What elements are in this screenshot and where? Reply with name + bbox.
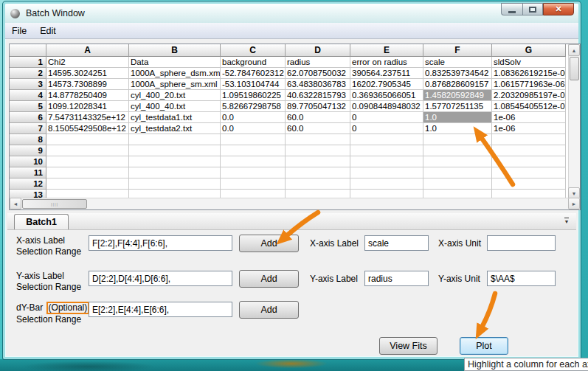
column-header-B[interactable]: B <box>129 44 221 57</box>
y-range-input[interactable] <box>89 271 232 286</box>
table-cell[interactable]: 0.369365066051 <box>350 90 423 101</box>
dy-range-input[interactable] <box>89 302 232 317</box>
table-cell[interactable]: -53.103104744 <box>221 79 286 90</box>
table-cell[interactable]: 89.7705047132 <box>286 101 350 112</box>
table-cell[interactable]: 1.0 <box>423 123 492 134</box>
table-cell[interactable] <box>286 145 350 156</box>
table-cell[interactable]: 5.82667298758 <box>221 101 286 112</box>
x-range-input[interactable] <box>89 235 232 251</box>
table-cell[interactable]: cyl_400_40.txt <box>129 101 221 112</box>
table-cell[interactable]: 1000A_sphere_dsm.xml <box>129 68 221 79</box>
table-cell[interactable] <box>423 134 492 145</box>
table-cell[interactable] <box>286 178 350 190</box>
horizontal-scrollbar[interactable]: ◄ |||| ► <box>10 198 580 209</box>
table-cell[interactable] <box>350 156 423 167</box>
table-cell[interactable]: cyl_400_20.txt <box>129 90 221 101</box>
table-cell[interactable] <box>492 167 566 178</box>
menu-file[interactable]: File <box>5 24 33 38</box>
table-cell[interactable] <box>129 178 221 190</box>
tab-list-button[interactable]: ▼ <box>561 218 572 226</box>
table-cell[interactable] <box>221 156 286 167</box>
table-cell[interactable] <box>423 178 492 190</box>
table-cell[interactable] <box>492 190 566 198</box>
table-cell[interactable] <box>492 156 566 167</box>
x-axis-label-input[interactable] <box>364 235 429 251</box>
table-cell[interactable] <box>221 178 286 190</box>
table-cell[interactable] <box>492 178 566 190</box>
column-header-C[interactable]: C <box>221 44 286 57</box>
minimize-button[interactable] <box>501 3 522 15</box>
x-axis-unit-input[interactable] <box>487 235 556 251</box>
table-cell[interactable] <box>129 134 221 145</box>
table-cell[interactable] <box>286 156 350 167</box>
table-cell[interactable] <box>129 156 221 167</box>
dy-range-add-button[interactable]: Add <box>239 301 299 319</box>
y-range-add-button[interactable]: Add <box>239 270 299 288</box>
table-cell[interactable] <box>46 167 129 178</box>
table-cell[interactable]: -52.7847602312 <box>221 68 286 79</box>
table-cell[interactable] <box>492 145 566 156</box>
table-cell[interactable] <box>423 156 492 167</box>
table-cell[interactable] <box>129 145 221 156</box>
table-cell[interactable] <box>350 167 423 178</box>
table-cell[interactable] <box>129 190 221 198</box>
column-header-E[interactable]: E <box>350 44 423 57</box>
table-cell[interactable] <box>221 145 286 156</box>
table-cell[interactable]: 8.15055429508e+12 <box>46 123 129 134</box>
table-cell[interactable]: 1.0615771963e-06 <box>492 79 566 90</box>
table-cell[interactable] <box>46 145 129 156</box>
table-cell[interactable]: 1099.12028341 <box>46 101 129 112</box>
row-header[interactable]: 12 <box>10 178 46 190</box>
scroll-up-icon[interactable]: ▲ <box>568 44 580 56</box>
table-cell[interactable]: 40.6322815793 <box>286 90 350 101</box>
table-cell[interactable]: 1e-06 <box>492 112 566 123</box>
table-cell[interactable] <box>286 134 350 145</box>
table-cell[interactable]: 1000A_sphere_sm.xml <box>129 79 221 90</box>
scroll-left-icon[interactable]: ◄ <box>10 198 21 209</box>
table-cell[interactable] <box>221 167 286 178</box>
table-cell[interactable]: 390564.237511 <box>350 68 423 79</box>
view-fits-button[interactable]: View Fits <box>379 337 437 355</box>
table-cell[interactable]: 1.09519860225 <box>221 90 286 101</box>
table-cell[interactable] <box>129 167 221 178</box>
row-header[interactable]: 2 <box>10 68 46 79</box>
scroll-right-icon[interactable]: ► <box>568 198 580 209</box>
table-cell[interactable]: 16202.7905345 <box>350 79 423 90</box>
table-cell[interactable] <box>350 190 423 198</box>
table-cell[interactable]: sldSolv <box>492 57 566 68</box>
table-cell[interactable]: 14595.3024251 <box>46 68 129 79</box>
table-cell[interactable]: 1.08362619215e-06 <box>492 68 566 79</box>
table-cell[interactable] <box>350 178 423 190</box>
table-cell[interactable]: 14573.7308899 <box>46 79 129 90</box>
vertical-scrollbar-thumb[interactable] <box>570 57 579 80</box>
table-cell[interactable] <box>350 134 423 145</box>
table-cell[interactable]: 0.0908448948032 <box>350 101 423 112</box>
table-cell[interactable] <box>46 178 129 190</box>
table-cell[interactable]: 14.8778250409 <box>46 90 129 101</box>
row-header[interactable]: 11 <box>10 167 46 178</box>
row-header[interactable]: 4 <box>10 90 46 101</box>
table-cell[interactable] <box>46 134 129 145</box>
vertical-scrollbar[interactable]: ▲ ▼ <box>568 44 580 199</box>
table-cell[interactable]: cyl_testdata1.txt <box>129 112 221 123</box>
table-cell[interactable]: background <box>221 57 286 68</box>
table-cell[interactable]: 0.0 <box>221 112 286 123</box>
table-cell[interactable]: Data <box>129 57 221 68</box>
close-button[interactable]: ✕ <box>543 3 574 15</box>
row-header[interactable]: 6 <box>10 112 46 123</box>
table-cell[interactable] <box>46 190 129 198</box>
column-header-A[interactable]: A <box>46 44 129 57</box>
table-cell[interactable]: scale <box>423 57 492 68</box>
row-header[interactable]: 1 <box>10 57 46 68</box>
table-cell[interactable]: 0.832539734542 <box>423 68 492 79</box>
table-cell[interactable]: 1e-06 <box>492 123 566 134</box>
table-cell[interactable]: cyl_testdata2.txt <box>129 123 221 134</box>
table-cell[interactable] <box>492 134 566 145</box>
row-header[interactable]: 8 <box>10 134 46 145</box>
table-cell[interactable] <box>423 167 492 178</box>
table-cell[interactable] <box>423 190 492 198</box>
table-cell[interactable]: 62.0708750032 <box>286 68 350 79</box>
row-header[interactable]: 10 <box>10 156 46 167</box>
plot-button[interactable]: Plot <box>460 337 508 355</box>
row-header[interactable]: 3 <box>10 79 46 90</box>
